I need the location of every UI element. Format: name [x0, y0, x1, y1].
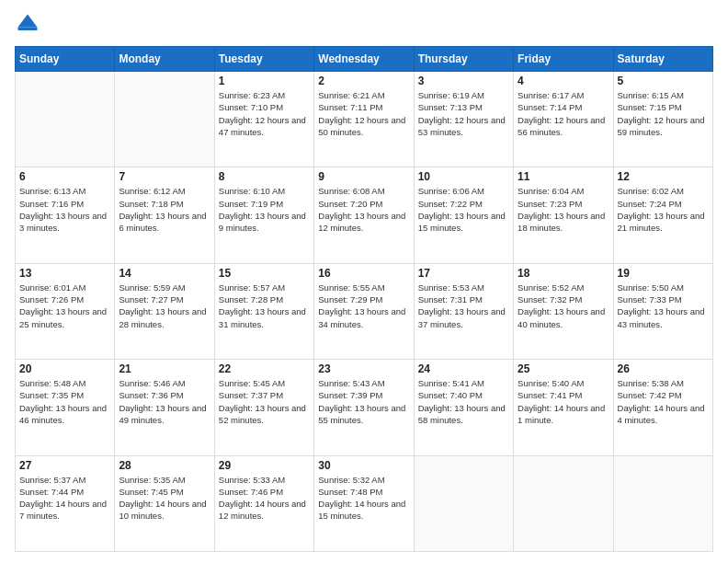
calendar-cell: 26Sunrise: 5:38 AM Sunset: 7:42 PM Dayli…: [613, 360, 712, 455]
page: SundayMondayTuesdayWednesdayThursdayFrid…: [0, 0, 728, 563]
day-info: Sunrise: 5:38 AM Sunset: 7:42 PM Dayligh…: [618, 377, 709, 426]
day-number: 13: [19, 267, 110, 280]
calendar-table: SundayMondayTuesdayWednesdayThursdayFrid…: [15, 46, 713, 552]
day-number: 4: [518, 75, 609, 87]
day-info: Sunrise: 5:35 AM Sunset: 7:45 PM Dayligh…: [119, 474, 210, 523]
calendar-cell: 9Sunrise: 6:08 AM Sunset: 7:20 PM Daylig…: [314, 167, 414, 263]
day-info: Sunrise: 5:52 AM Sunset: 7:32 PM Dayligh…: [518, 282, 609, 330]
calendar-cell: 16Sunrise: 5:55 AM Sunset: 7:29 PM Dayli…: [314, 263, 414, 359]
day-number: 22: [219, 362, 310, 375]
day-number: 8: [219, 170, 310, 183]
day-number: 12: [618, 170, 709, 183]
calendar-cell: 1Sunrise: 6:23 AM Sunset: 7:10 PM Daylig…: [214, 72, 313, 167]
calendar-cell: 5Sunrise: 6:15 AM Sunset: 7:15 PM Daylig…: [613, 72, 712, 167]
calendar-cell: 19Sunrise: 5:50 AM Sunset: 7:33 PM Dayli…: [613, 263, 712, 359]
calendar-cell: 27Sunrise: 5:37 AM Sunset: 7:44 PM Dayli…: [16, 455, 115, 551]
day-info: Sunrise: 6:15 AM Sunset: 7:15 PM Dayligh…: [618, 89, 709, 138]
col-header-monday: Monday: [115, 47, 214, 72]
day-number: 30: [318, 459, 409, 472]
calendar-cell: 15Sunrise: 5:57 AM Sunset: 7:28 PM Dayli…: [214, 263, 313, 359]
day-info: Sunrise: 6:21 AM Sunset: 7:11 PM Dayligh…: [318, 89, 409, 138]
day-info: Sunrise: 6:08 AM Sunset: 7:20 PM Dayligh…: [318, 185, 409, 234]
calendar-header-row: SundayMondayTuesdayWednesdayThursdayFrid…: [16, 47, 713, 72]
day-number: 21: [119, 362, 210, 375]
calendar-cell: 11Sunrise: 6:04 AM Sunset: 7:23 PM Dayli…: [514, 167, 613, 263]
day-info: Sunrise: 6:12 AM Sunset: 7:18 PM Dayligh…: [119, 185, 210, 234]
day-info: Sunrise: 5:40 AM Sunset: 7:41 PM Dayligh…: [518, 377, 609, 426]
day-number: 19: [618, 267, 709, 280]
calendar-cell: 14Sunrise: 5:59 AM Sunset: 7:27 PM Dayli…: [115, 263, 214, 359]
day-info: Sunrise: 5:43 AM Sunset: 7:39 PM Dayligh…: [318, 377, 409, 426]
day-number: 17: [418, 267, 509, 280]
logo-icon: [15, 11, 40, 37]
calendar-cell: 28Sunrise: 5:35 AM Sunset: 7:45 PM Dayli…: [115, 455, 214, 551]
header: [15, 11, 713, 37]
day-info: Sunrise: 6:23 AM Sunset: 7:10 PM Dayligh…: [219, 89, 310, 138]
calendar-cell: 3Sunrise: 6:19 AM Sunset: 7:13 PM Daylig…: [414, 72, 513, 167]
svg-marker-0: [18, 15, 38, 28]
logo: [15, 11, 44, 37]
calendar-cell: [16, 72, 115, 167]
day-info: Sunrise: 5:57 AM Sunset: 7:28 PM Dayligh…: [219, 282, 310, 330]
calendar-week-4: 20Sunrise: 5:48 AM Sunset: 7:35 PM Dayli…: [16, 360, 713, 455]
day-info: Sunrise: 5:32 AM Sunset: 7:48 PM Dayligh…: [318, 474, 409, 523]
day-info: Sunrise: 6:06 AM Sunset: 7:22 PM Dayligh…: [418, 185, 509, 234]
day-number: 15: [219, 267, 310, 280]
day-info: Sunrise: 5:46 AM Sunset: 7:36 PM Dayligh…: [119, 377, 210, 426]
day-info: Sunrise: 6:19 AM Sunset: 7:13 PM Dayligh…: [418, 89, 509, 138]
day-number: 29: [219, 459, 310, 472]
day-info: Sunrise: 5:50 AM Sunset: 7:33 PM Dayligh…: [618, 282, 709, 330]
calendar-cell: 13Sunrise: 6:01 AM Sunset: 7:26 PM Dayli…: [16, 263, 115, 359]
calendar-cell: 7Sunrise: 6:12 AM Sunset: 7:18 PM Daylig…: [115, 167, 214, 263]
day-number: 16: [318, 267, 409, 280]
day-number: 6: [19, 170, 110, 183]
day-number: 14: [119, 267, 210, 280]
calendar-cell: 6Sunrise: 6:13 AM Sunset: 7:16 PM Daylig…: [16, 167, 115, 263]
calendar-week-2: 6Sunrise: 6:13 AM Sunset: 7:16 PM Daylig…: [16, 167, 713, 263]
calendar-cell: 18Sunrise: 5:52 AM Sunset: 7:32 PM Dayli…: [514, 263, 613, 359]
day-number: 9: [318, 170, 409, 183]
day-info: Sunrise: 6:04 AM Sunset: 7:23 PM Dayligh…: [518, 185, 609, 234]
calendar-week-1: 1Sunrise: 6:23 AM Sunset: 7:10 PM Daylig…: [16, 72, 713, 167]
day-number: 25: [518, 362, 609, 375]
day-info: Sunrise: 5:55 AM Sunset: 7:29 PM Dayligh…: [318, 282, 409, 330]
svg-rect-1: [18, 28, 38, 31]
day-info: Sunrise: 6:17 AM Sunset: 7:14 PM Dayligh…: [518, 89, 609, 138]
calendar-cell: [115, 72, 214, 167]
day-info: Sunrise: 5:53 AM Sunset: 7:31 PM Dayligh…: [418, 282, 509, 330]
day-number: 26: [618, 362, 709, 375]
day-info: Sunrise: 6:13 AM Sunset: 7:16 PM Dayligh…: [19, 185, 110, 234]
calendar-cell: [613, 455, 712, 551]
day-info: Sunrise: 5:41 AM Sunset: 7:40 PM Dayligh…: [418, 377, 509, 426]
calendar-cell: 29Sunrise: 5:33 AM Sunset: 7:46 PM Dayli…: [214, 455, 313, 551]
day-number: 7: [119, 170, 210, 183]
calendar-cell: [514, 455, 613, 551]
day-info: Sunrise: 6:01 AM Sunset: 7:26 PM Dayligh…: [19, 282, 110, 330]
day-number: 1: [219, 75, 310, 87]
day-number: 18: [518, 267, 609, 280]
day-info: Sunrise: 6:10 AM Sunset: 7:19 PM Dayligh…: [219, 185, 310, 234]
day-number: 10: [418, 170, 509, 183]
col-header-thursday: Thursday: [414, 47, 513, 72]
day-number: 2: [318, 75, 409, 87]
col-header-sunday: Sunday: [16, 47, 115, 72]
day-info: Sunrise: 5:59 AM Sunset: 7:27 PM Dayligh…: [119, 282, 210, 330]
calendar-cell: 23Sunrise: 5:43 AM Sunset: 7:39 PM Dayli…: [314, 360, 414, 455]
day-info: Sunrise: 5:37 AM Sunset: 7:44 PM Dayligh…: [19, 474, 110, 523]
calendar-cell: 22Sunrise: 5:45 AM Sunset: 7:37 PM Dayli…: [214, 360, 313, 455]
day-number: 23: [318, 362, 409, 375]
calendar-cell: 10Sunrise: 6:06 AM Sunset: 7:22 PM Dayli…: [414, 167, 513, 263]
day-number: 20: [19, 362, 110, 375]
calendar-cell: 24Sunrise: 5:41 AM Sunset: 7:40 PM Dayli…: [414, 360, 513, 455]
day-info: Sunrise: 6:02 AM Sunset: 7:24 PM Dayligh…: [618, 185, 709, 234]
calendar-cell: 12Sunrise: 6:02 AM Sunset: 7:24 PM Dayli…: [613, 167, 712, 263]
calendar-week-5: 27Sunrise: 5:37 AM Sunset: 7:44 PM Dayli…: [16, 455, 713, 551]
day-info: Sunrise: 5:33 AM Sunset: 7:46 PM Dayligh…: [219, 474, 310, 523]
day-number: 3: [418, 75, 509, 87]
day-number: 28: [119, 459, 210, 472]
day-number: 5: [618, 75, 709, 87]
calendar-cell: 17Sunrise: 5:53 AM Sunset: 7:31 PM Dayli…: [414, 263, 513, 359]
col-header-wednesday: Wednesday: [314, 47, 414, 72]
day-number: 11: [518, 170, 609, 183]
col-header-saturday: Saturday: [613, 47, 712, 72]
